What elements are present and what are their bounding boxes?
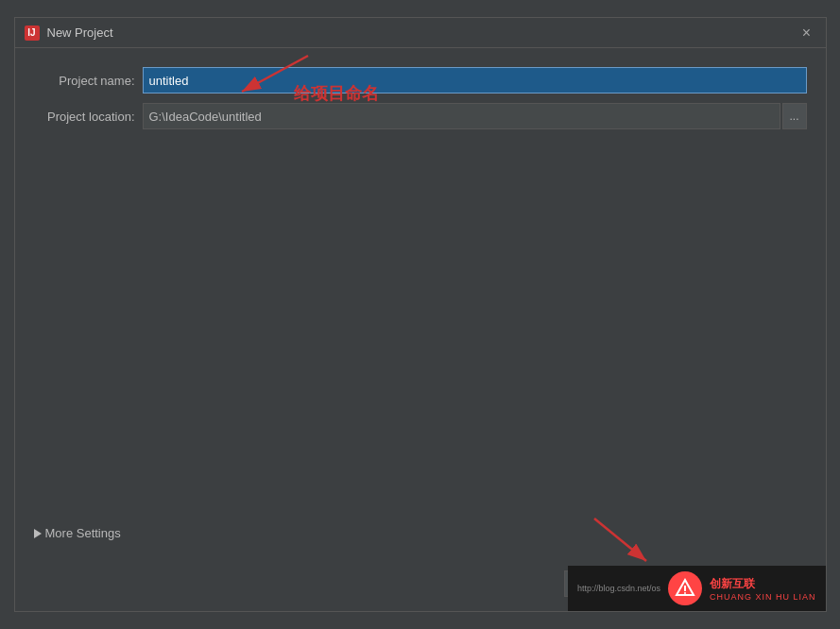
project-name-row: Project name: — [34, 67, 807, 94]
svg-point-6 — [684, 592, 686, 594]
close-button[interactable]: × — [797, 24, 816, 42]
title-bar: IJ New Project × — [15, 18, 826, 48]
watermark-sub-text: CHUANG XIN HU LIAN — [710, 592, 816, 602]
watermark-brand-text: 创新互联 — [710, 576, 816, 592]
app-icon: IJ — [25, 26, 40, 41]
watermark: http://blog.csdn.net/os 创新互联 CHUANG XIN … — [568, 566, 826, 611]
more-settings-toggle[interactable]: More Settings — [34, 526, 807, 540]
watermark-text: 创新互联 CHUANG XIN HU LIAN — [710, 576, 816, 602]
project-name-label: Project name: — [34, 74, 143, 88]
dialog-content: Project name: Project location: ... More… — [15, 48, 826, 561]
dialog-window: IJ New Project × Project name: Project l… — [14, 17, 827, 612]
project-name-input[interactable] — [143, 67, 807, 94]
title-bar-left: IJ New Project — [25, 26, 113, 41]
watermark-url: http://blog.csdn.net/os — [577, 584, 660, 593]
expand-icon — [34, 529, 42, 538]
more-settings-label: More Settings — [45, 526, 121, 540]
watermark-logo — [668, 571, 702, 605]
browse-button[interactable]: ... — [782, 103, 807, 129]
window-title: New Project — [47, 26, 113, 40]
project-location-label: Project location: — [34, 110, 143, 124]
project-location-row: Project location: ... — [34, 103, 807, 129]
content-spacer — [34, 139, 807, 526]
project-location-input[interactable] — [143, 103, 780, 129]
